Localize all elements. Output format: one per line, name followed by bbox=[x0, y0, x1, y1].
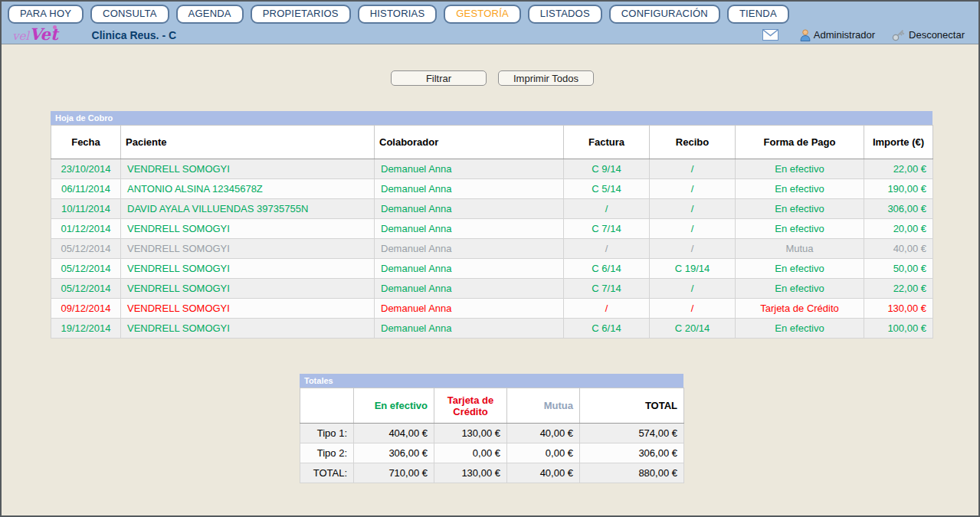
col-importe: Importe (€) bbox=[864, 126, 933, 159]
totals-panel: Totales En efectivo Tarjeta de Crédito M… bbox=[300, 374, 683, 483]
tab-listados[interactable]: LISTADOS bbox=[528, 5, 602, 24]
billing-table: Fecha Paciente Colaborador Factura Recib… bbox=[51, 125, 933, 339]
cell-importe: 130,00 € bbox=[864, 299, 933, 319]
cell-factura: / bbox=[564, 199, 650, 219]
cell-fecha: 09/12/2014 bbox=[51, 299, 121, 319]
mail-button[interactable] bbox=[762, 29, 778, 41]
row-label: Tipo 1: bbox=[300, 424, 354, 443]
cell-fecha: 05/12/2014 bbox=[51, 279, 121, 299]
cell-paciente: VENDRELL SOMOGYI bbox=[121, 159, 375, 179]
value-en-efectivo: 710,00 € bbox=[354, 463, 434, 483]
totals-row-tipo2: Tipo 2: 306,00 € 0,00 € 0,00 € 306,00 € bbox=[300, 443, 684, 463]
col-total: TOTAL bbox=[580, 388, 684, 424]
cell-paciente: VENDRELL SOMOGYI bbox=[121, 299, 375, 319]
table-row[interactable]: 05/12/2014 VENDRELL SOMOGYI Demanuel Ann… bbox=[51, 259, 933, 279]
cell-importe: 190,00 € bbox=[864, 179, 933, 199]
table-row[interactable]: 01/12/2014 VENDRELL SOMOGYI Demanuel Ann… bbox=[51, 219, 933, 239]
tab-agenda[interactable]: AGENDA bbox=[176, 5, 244, 24]
main-nav: PARA HOY CONSULTA AGENDA PROPIETARIOS HI… bbox=[2, 2, 978, 24]
cell-paciente: DAVID AYALA VILLUENDAS 39735755N bbox=[121, 199, 375, 219]
col-mutua: Mutua bbox=[507, 388, 580, 424]
totals-panel-title: Totales bbox=[300, 374, 683, 388]
paw-icon bbox=[53, 25, 57, 29]
cell-forma-de-pago: Tarjeta de Crédito bbox=[736, 299, 864, 319]
table-row[interactable]: 09/12/2014 VENDRELL SOMOGYI Demanuel Ann… bbox=[51, 299, 933, 319]
value-mutua: 0,00 € bbox=[507, 443, 580, 463]
identity-row: velVet Clinica Reus. - C bbox=[2, 24, 978, 46]
value-total: 880,00 € bbox=[580, 463, 684, 483]
table-row[interactable]: 10/11/2014 DAVID AYALA VILLUENDAS 397357… bbox=[51, 199, 933, 219]
cell-fecha: 23/10/2014 bbox=[51, 159, 121, 179]
app-window: PARA HOY CONSULTA AGENDA PROPIETARIOS HI… bbox=[0, 0, 980, 517]
cell-forma-de-pago: En efectivo bbox=[736, 179, 864, 199]
user-menu[interactable]: Administrador bbox=[800, 29, 875, 41]
user-icon bbox=[800, 29, 811, 41]
cell-importe: 40,00 € bbox=[864, 239, 933, 259]
cell-paciente: ANTONIO ALSINA 12345678Z bbox=[121, 179, 375, 199]
value-mutua: 40,00 € bbox=[507, 463, 580, 483]
cell-paciente: VENDRELL SOMOGYI bbox=[121, 219, 375, 239]
table-row[interactable]: 19/12/2014 VENDRELL SOMOGYI Demanuel Ann… bbox=[51, 319, 933, 339]
cell-factura: C 7/14 bbox=[564, 279, 650, 299]
col-paciente: Paciente bbox=[121, 126, 375, 159]
cell-recibo: / bbox=[650, 199, 736, 219]
cell-colaborador: Demanuel Anna bbox=[375, 199, 564, 219]
cell-recibo: / bbox=[650, 239, 736, 259]
row-label: Tipo 2: bbox=[300, 443, 354, 463]
cell-factura: C 9/14 bbox=[564, 159, 650, 179]
cell-forma-de-pago: En efectivo bbox=[736, 259, 864, 279]
cell-fecha: 10/11/2014 bbox=[51, 199, 121, 219]
totals-row-tipo1: Tipo 1: 404,00 € 130,00 € 40,00 € 574,00… bbox=[300, 424, 684, 443]
tab-historias[interactable]: HISTORIAS bbox=[358, 5, 438, 24]
tab-configuracion[interactable]: CONFIGURACIÓN bbox=[609, 5, 720, 24]
cell-colaborador: Demanuel Anna bbox=[375, 159, 564, 179]
table-row[interactable]: 05/12/2014 VENDRELL SOMOGYI Demanuel Ann… bbox=[51, 279, 933, 299]
col-fecha: Fecha bbox=[51, 126, 121, 159]
tab-propietarios[interactable]: PROPIETARIOS bbox=[251, 5, 351, 24]
cell-importe: 306,00 € bbox=[864, 199, 933, 219]
row-label: TOTAL: bbox=[300, 463, 354, 483]
user-label: Administrador bbox=[814, 29, 875, 41]
tab-tienda[interactable]: TIENDA bbox=[727, 5, 789, 24]
filter-button[interactable]: Filtrar bbox=[391, 70, 487, 86]
cell-forma-de-pago: Mutua bbox=[736, 239, 864, 259]
cell-recibo: C 19/14 bbox=[650, 259, 736, 279]
table-row[interactable]: 06/11/2014 ANTONIO ALSINA 12345678Z Dema… bbox=[51, 179, 933, 199]
cell-recibo: / bbox=[650, 179, 736, 199]
cell-recibo: / bbox=[650, 299, 736, 319]
cell-colaborador: Demanuel Anna bbox=[375, 239, 564, 259]
value-tarjeta: 130,00 € bbox=[434, 463, 507, 483]
col-recibo: Recibo bbox=[650, 126, 736, 159]
cell-paciente: VENDRELL SOMOGYI bbox=[121, 319, 375, 339]
cell-fecha: 05/12/2014 bbox=[51, 239, 121, 259]
header-actions: Administrador Desconectar bbox=[762, 29, 965, 41]
cell-forma-de-pago: En efectivo bbox=[736, 279, 864, 299]
col-forma-de-pago: Forma de Pago bbox=[736, 126, 864, 159]
totals-row-total: TOTAL: 710,00 € 130,00 € 40,00 € 880,00 … bbox=[300, 463, 684, 483]
col-tarjeta-de-credito: Tarjeta de Crédito bbox=[434, 388, 507, 424]
cell-recibo: C 20/14 bbox=[650, 319, 736, 339]
cell-forma-de-pago: En efectivo bbox=[736, 159, 864, 179]
value-en-efectivo: 404,00 € bbox=[354, 424, 434, 443]
logout-button[interactable]: Desconectar bbox=[892, 29, 965, 41]
col-en-efectivo: En efectivo bbox=[354, 388, 434, 424]
cell-colaborador: Demanuel Anna bbox=[375, 259, 564, 279]
tab-gestoria[interactable]: GESTORÍA bbox=[444, 5, 521, 24]
cell-colaborador: Demanuel Anna bbox=[375, 219, 564, 239]
print-all-button[interactable]: Imprimir Todos bbox=[498, 70, 594, 86]
cell-factura: C 6/14 bbox=[564, 319, 650, 339]
cell-importe: 22,00 € bbox=[864, 159, 933, 179]
value-total: 306,00 € bbox=[580, 443, 684, 463]
value-en-efectivo: 306,00 € bbox=[354, 443, 434, 463]
table-row[interactable]: 05/12/2014 VENDRELL SOMOGYI Demanuel Ann… bbox=[51, 239, 933, 259]
totals-header-row: En efectivo Tarjeta de Crédito Mutua TOT… bbox=[300, 388, 684, 424]
mail-icon bbox=[762, 29, 778, 41]
cell-colaborador: Demanuel Anna bbox=[375, 319, 564, 339]
tab-consulta[interactable]: CONSULTA bbox=[90, 5, 169, 24]
value-total: 574,00 € bbox=[580, 424, 684, 443]
cell-importe: 22,00 € bbox=[864, 279, 933, 299]
cell-factura: / bbox=[564, 299, 650, 319]
tab-para-hoy[interactable]: PARA HOY bbox=[8, 5, 84, 24]
table-row[interactable]: 23/10/2014 VENDRELL SOMOGYI Demanuel Ann… bbox=[51, 159, 933, 179]
cell-recibo: / bbox=[650, 279, 736, 299]
